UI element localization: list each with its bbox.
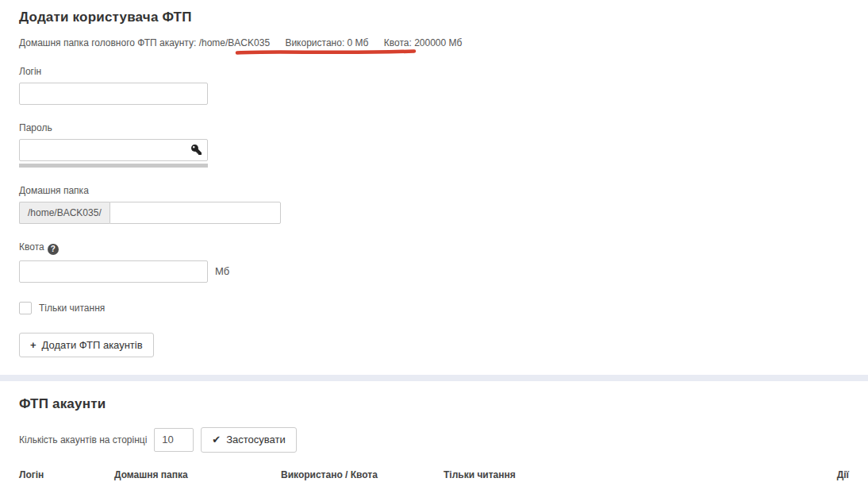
- add-ftp-user-section: Додати користувача ФТП Домашня папка гол…: [0, 10, 868, 357]
- quota-unit-label: Мб: [215, 265, 229, 277]
- home-folder-group: Домашня папка /home/BACK035/: [19, 185, 849, 224]
- readonly-checkbox[interactable]: [19, 302, 32, 314]
- table-header-row: Логін Домашня папка Використано / Квота …: [19, 466, 849, 482]
- home-folder-label: Домашня папка: [19, 185, 849, 196]
- apply-label: Застосувати: [226, 434, 286, 445]
- ftp-accounts-section: ФТП акаунти Кількість акаунтів на сторін…: [0, 396, 868, 482]
- home-folder-prefix: /home/BACK035/: [19, 202, 109, 224]
- header-actions: Дії: [686, 466, 849, 482]
- main-home-folder-label: Домашня папка головного ФТП акаунту:: [19, 37, 196, 48]
- per-page-input[interactable]: [154, 428, 194, 452]
- main-home-folder-value: /home/BACK035: [199, 37, 270, 48]
- login-label: Логін: [19, 66, 849, 77]
- accounts-title: ФТП акаунти: [19, 396, 849, 412]
- per-page-label: Кількість акаунтів на сторінці: [19, 434, 147, 445]
- home-folder-input[interactable]: [109, 202, 281, 224]
- check-icon: ✔: [212, 434, 221, 445]
- key-icon[interactable]: [191, 145, 202, 155]
- annotation-red-underline-top: [235, 48, 417, 56]
- readonly-row: Тільки читання: [19, 302, 849, 314]
- apply-button[interactable]: ✔ Застосувати: [201, 427, 296, 453]
- account-info-line: Домашня папка головного ФТП акаунту: /ho…: [19, 37, 849, 48]
- question-help-icon[interactable]: ?: [48, 244, 59, 255]
- header-login: Логін: [19, 466, 114, 482]
- page-title: Додати користувача ФТП: [19, 10, 849, 25]
- used-info: Використано: 0 Мб: [285, 37, 368, 48]
- password-strength-bar: [19, 164, 208, 168]
- plus-icon: +: [30, 339, 36, 351]
- password-input[interactable]: [19, 139, 208, 161]
- quota-label: Квота?: [19, 241, 849, 255]
- login-group: Логін: [19, 66, 849, 105]
- header-readonly: Тільки читання: [444, 466, 686, 482]
- quota-info: Квота: 200000 Мб: [384, 37, 463, 48]
- password-label: Пароль: [19, 122, 849, 133]
- quota-group: Квота? Мб: [19, 241, 849, 283]
- header-used-quota: Використано / Квота: [281, 466, 444, 482]
- add-ftp-accounts-label: Додати ФТП акаунтів: [42, 339, 143, 351]
- login-input[interactable]: [19, 83, 208, 105]
- ftp-accounts-table: Логін Домашня папка Використано / Квота …: [19, 466, 849, 482]
- add-ftp-accounts-button[interactable]: + Додати ФТП акаунтів: [19, 333, 154, 357]
- per-page-controls: Кількість акаунтів на сторінці ✔ Застосу…: [19, 427, 849, 453]
- password-group: Пароль: [19, 122, 849, 168]
- quota-input[interactable]: [19, 260, 208, 283]
- header-home-folder: Домашня папка: [114, 466, 281, 482]
- main-home-folder-info: Домашня папка головного ФТП акаунту: /ho…: [19, 37, 270, 48]
- section-divider: [0, 375, 868, 381]
- readonly-label: Тільки читання: [39, 303, 105, 314]
